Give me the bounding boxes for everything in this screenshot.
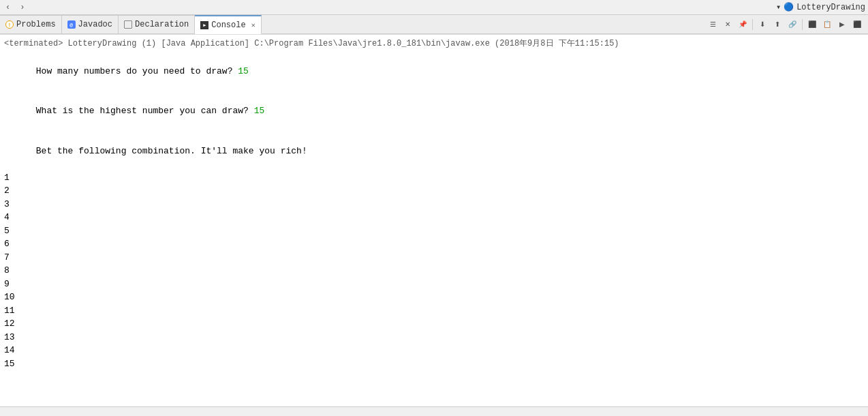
toolbar-btn-6[interactable]: 🔗 xyxy=(786,18,799,31)
number-item-5: 5 xyxy=(4,224,864,238)
number-item-9: 9 xyxy=(4,278,864,291)
console-content: <terminated> LotteryDrawing (1) [Java Ap… xyxy=(0,34,868,406)
number-item-1: 1 xyxy=(4,171,864,185)
toolbar-btn-10[interactable]: ⬛ xyxy=(850,18,864,31)
console-line-2: What is the highest number you can draw?… xyxy=(4,91,864,132)
top-bar: ‹ › ▾ 🔵 LotteryDrawing xyxy=(0,0,868,15)
number-item-15: 15 xyxy=(4,357,864,371)
toolbar-btn-1[interactable]: ☰ xyxy=(706,18,719,31)
console-tab-close[interactable]: ✕ xyxy=(251,21,255,29)
toolbar-sep-2 xyxy=(802,19,803,30)
console-text-1: How many numbers do you need to draw? xyxy=(36,66,238,76)
console-number-1: 15 xyxy=(238,66,249,76)
number-list: 123456789101112131415 xyxy=(4,171,864,371)
tab-bar: ! Problems @ Javadoc Declaration ▶ Conso… xyxy=(0,15,868,34)
problems-tab-label: Problems xyxy=(16,20,56,29)
number-item-7: 7 xyxy=(4,251,864,265)
window-icon: 🔵 xyxy=(784,2,794,12)
toolbar-sep-1 xyxy=(752,19,753,30)
number-item-14: 14 xyxy=(4,344,864,357)
nav-arrows: ‹ › xyxy=(3,3,27,12)
nav-forward-button[interactable]: › xyxy=(17,3,27,12)
toolbar-btn-2[interactable]: ✕ xyxy=(721,18,734,31)
toolbar-btn-5[interactable]: ⬆ xyxy=(771,18,784,31)
number-item-6: 6 xyxy=(4,237,864,251)
tab-javadoc[interactable]: @ Javadoc xyxy=(62,15,119,33)
javadoc-tab-icon: @ xyxy=(67,20,76,29)
console-tab-label: Console xyxy=(211,20,245,30)
console-line-1: How many numbers do you need to draw? 15 xyxy=(4,51,864,91)
toolbar-btn-9[interactable]: ▶ xyxy=(835,18,849,31)
number-item-13: 13 xyxy=(4,331,864,344)
javadoc-tab-label: Javadoc xyxy=(78,20,112,29)
tab-toolbar: ☰ ✕ 📌 ⬇ ⬆ 🔗 ⬛ 📋 ▶ ⬛ xyxy=(702,15,868,33)
console-tab-icon: ▶ xyxy=(200,21,208,29)
toolbar-btn-7[interactable]: ⬛ xyxy=(805,18,819,31)
console-text-2: What is the highest number you can draw? xyxy=(36,106,254,116)
number-item-8: 8 xyxy=(4,264,864,278)
bottom-scrollbar[interactable] xyxy=(0,406,868,416)
problems-tab-icon: ! xyxy=(5,20,14,29)
dropdown-icon: ▾ xyxy=(776,2,781,12)
console-number-2: 15 xyxy=(254,106,265,116)
console-status-line: <terminated> LotteryDrawing (1) [Java Ap… xyxy=(4,38,864,50)
toolbar-btn-8[interactable]: 📋 xyxy=(820,18,834,31)
tab-problems[interactable]: ! Problems xyxy=(0,15,62,33)
eclipse-window: ‹ › ▾ 🔵 LotteryDrawing ! Problems @ Java… xyxy=(0,0,868,416)
declaration-tab-label: Declaration xyxy=(135,20,189,29)
toolbar-btn-4[interactable]: ⬇ xyxy=(756,18,769,31)
number-item-12: 12 xyxy=(4,317,864,331)
number-item-2: 2 xyxy=(4,184,864,198)
number-item-4: 4 xyxy=(4,211,864,224)
number-item-10: 10 xyxy=(4,291,864,304)
number-item-3: 3 xyxy=(4,198,864,211)
console-line-3: Bet the following combination. It'll mak… xyxy=(4,131,864,171)
window-title: ▾ 🔵 LotteryDrawing xyxy=(776,2,865,12)
tab-declaration[interactable]: Declaration xyxy=(119,15,195,33)
nav-back-button[interactable]: ‹ xyxy=(3,3,13,12)
toolbar-btn-3[interactable]: 📌 xyxy=(736,18,749,31)
declaration-tab-icon xyxy=(124,20,132,29)
window-title-label: LotteryDrawing xyxy=(796,3,865,12)
number-item-11: 11 xyxy=(4,304,864,318)
tab-console[interactable]: ▶ Console ✕ xyxy=(195,15,261,34)
console-text-3: Bet the following combination. It'll mak… xyxy=(36,146,307,156)
